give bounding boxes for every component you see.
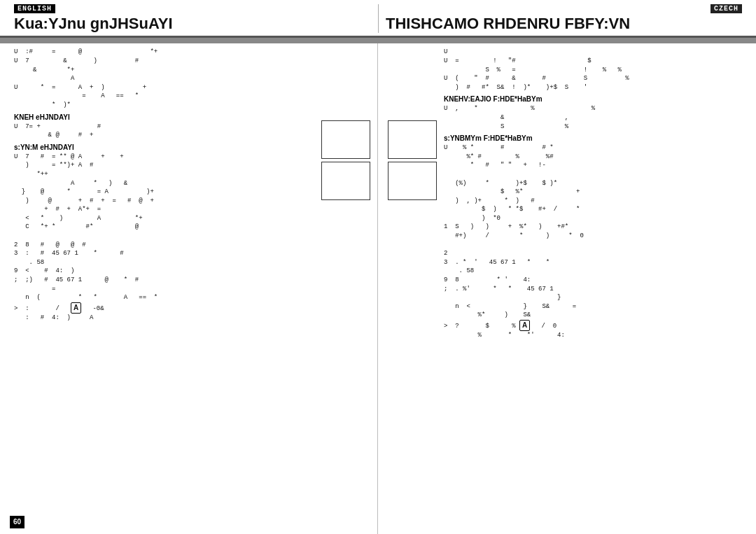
left-header-col: ENGLISH Kua:YJnu gnJHSuAYI (14, 4, 378, 33)
divider-left (0, 38, 378, 43)
section3-heading: KNEHV:EAJIO F:HDE*HaBYm (444, 95, 749, 103)
image-box-1 (321, 120, 370, 159)
image-box-2 (321, 162, 370, 200)
image-box-4 (388, 162, 437, 200)
section4-text: U % * # # * %* # % %# * # " " + !- (%) *… (444, 143, 749, 339)
a-badge-right: A (519, 320, 530, 331)
left-content: U :# = @ *+ U 7 & ) # & *+ A U * = A + )… (0, 43, 378, 534)
page-container: ENGLISH Kua:YJnu gnJHSuAYI CZECH THISHCA… (0, 0, 756, 534)
right-title: THISHCAMO RHDENRU FBFY:VN (386, 15, 742, 33)
header: ENGLISH Kua:YJnu gnJHSuAYI CZECH THISHCA… (0, 0, 756, 38)
image-boxes-right (388, 120, 437, 200)
image-box-3 (388, 120, 437, 159)
left-top-text: U :# = @ *+ U 7 & ) # & *+ A U * = A + )… (14, 48, 370, 109)
a-badge-left: A (71, 302, 81, 314)
page-number: 60 (10, 516, 24, 528)
czech-badge: CZECH (710, 4, 742, 13)
section1-heading: KNEH eHJNDAYI (14, 113, 370, 121)
section3-text: U , * % % & , S % (444, 104, 749, 131)
right-top-text: U U = ! "# $ S % = ! % % U ( " # & # S %… (444, 48, 749, 92)
left-title: Kua:YJnu gnJHSuAYI (14, 15, 371, 33)
english-badge: ENGLISH (14, 4, 55, 13)
section4-heading: s:YNBMYm F:HDE*HaBYm (444, 134, 749, 142)
divider-bar (0, 38, 756, 43)
content-area: U :# = @ *+ U 7 & ) # & *+ A U * = A + )… (0, 43, 756, 534)
section2-text: U 7 # = ** @ A + + ) = **)+ A # *++ A * … (14, 153, 370, 323)
section2-heading: s:YN:M eHJNDAYI (14, 143, 370, 151)
image-boxes-left (321, 120, 370, 200)
right-content: U U = ! "# $ S % = ! % % U ( " # & # S %… (378, 43, 756, 534)
section1-text: U 7= + # & @ # + (14, 122, 370, 140)
divider-right (378, 38, 756, 43)
right-header-col: CZECH THISHCAMO RHDENRU FBFY:VN (378, 4, 742, 33)
